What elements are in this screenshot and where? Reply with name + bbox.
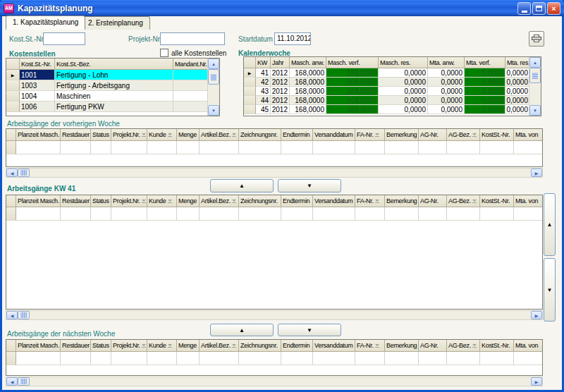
move-down-button[interactable]: ▼ <box>278 324 341 336</box>
column-header-zeichnungsnr[interactable]: Zeichnungsnr. <box>239 340 281 352</box>
scroll-right-icon[interactable]: ▶ <box>531 169 542 177</box>
column-header-fa-nr[interactable]: FA-Nr. <box>355 340 385 352</box>
tab-ersteinplanung[interactable]: 2. Ersteinplanung <box>81 16 150 30</box>
tab-kapazitaetsplanung[interactable]: 1. Kapazitätsplanung <box>6 16 85 30</box>
grid-cell[interactable] <box>239 141 281 154</box>
row-selector[interactable] <box>6 102 20 112</box>
column-header-menge[interactable]: Menge <box>177 195 200 207</box>
column-header-mta-res[interactable]: Mta. res. <box>505 57 530 68</box>
grid-cell[interactable] <box>419 207 447 221</box>
grid-cell[interactable]: Fertigung - Arbeitsgang <box>55 80 173 91</box>
grid-cell[interactable] <box>61 141 91 154</box>
scroll-right-icon[interactable]: ▶ <box>531 377 542 386</box>
column-header-projekt-nr[interactable]: Projekt.Nr. <box>111 129 147 141</box>
grid-cell[interactable] <box>61 352 91 365</box>
column-header-status[interactable]: Status <box>91 195 111 207</box>
grid-cell[interactable] <box>480 141 514 154</box>
column-header-jahr[interactable]: Jahr <box>271 57 290 68</box>
grid-cell[interactable] <box>514 141 543 154</box>
grid-cell[interactable] <box>281 141 313 154</box>
column-header-versanddatum[interactable]: Versanddatum <box>313 129 355 141</box>
column-header-menge[interactable]: Menge <box>177 129 200 141</box>
column-header-selector[interactable] <box>244 57 256 68</box>
grid-cell[interactable] <box>173 70 209 80</box>
grid-cell[interactable] <box>355 207 385 221</box>
column-header-mta-von[interactable]: Mta. von <box>514 129 543 141</box>
grid-cell[interactable] <box>111 141 147 154</box>
grid-cell[interactable] <box>355 352 385 365</box>
grid-cell[interactable]: 1006 <box>20 102 55 112</box>
column-header-kost-st-bez[interactable]: Kost.St.-Bez. <box>55 59 173 70</box>
alle-kostenstellen-checkbox[interactable] <box>160 49 168 57</box>
column-header-selector[interactable] <box>6 340 16 352</box>
grid-cell[interactable] <box>419 141 447 154</box>
grid-cell[interactable]: 0,0000 <box>428 96 465 105</box>
grid-cell[interactable]: Maschinen <box>55 91 173 102</box>
grid-cell[interactable] <box>239 207 281 221</box>
grid-cell[interactable]: 0,0000 <box>505 78 530 87</box>
column-header-endtermin[interactable]: Endtermin <box>281 129 313 141</box>
grid-cell[interactable]: 0,0000 <box>428 78 465 87</box>
grid-cell[interactable]: 42 <box>256 78 271 87</box>
scroll-track[interactable] <box>30 311 531 319</box>
scroll-down-icon[interactable]: ▼ <box>208 105 219 116</box>
column-header-menge[interactable]: Menge <box>177 340 200 352</box>
kalenderwoche-grid[interactable]: ▲ ▼ KWJahrMasch. anw.Masch. verf.Masch. … <box>243 56 541 116</box>
column-header-selector[interactable] <box>6 195 16 207</box>
grid-cell[interactable] <box>281 207 313 221</box>
grid-cell[interactable]: 0,0000 <box>465 68 505 78</box>
grid-cell[interactable] <box>61 207 91 221</box>
grid-cell[interactable] <box>281 352 313 365</box>
grid-cell[interactable] <box>177 352 200 365</box>
grid-cell[interactable]: 2012 <box>271 96 290 105</box>
grid-cell[interactable]: 168,0000 <box>326 96 379 105</box>
column-header-kostst-nr[interactable]: KostSt.-Nr. <box>480 129 514 141</box>
grid-cell[interactable] <box>514 207 543 221</box>
grid-cell[interactable]: 1001 <box>20 70 55 80</box>
grid-cell[interactable] <box>16 207 61 221</box>
row-selector[interactable] <box>244 96 256 105</box>
grid-cell[interactable]: 0,0000 <box>428 68 465 78</box>
column-header-ag-nr[interactable]: AG-Nr. <box>419 340 447 352</box>
grid-cell[interactable]: 0,0000 <box>505 105 530 114</box>
grid-cell[interactable]: 168,0000 <box>290 96 326 105</box>
grid-cell[interactable]: 0,0000 <box>379 87 428 96</box>
column-header-kostst-nr[interactable]: KostSt.-Nr. <box>480 195 514 207</box>
grid-cell[interactable]: 1003 <box>20 80 55 91</box>
grid-cell[interactable] <box>147 352 177 365</box>
grid-cell[interactable] <box>200 141 239 154</box>
kostst-input[interactable] <box>43 32 85 45</box>
filter-icon[interactable] <box>472 133 477 137</box>
column-header-ag-bez[interactable]: AG-Bez. <box>447 129 480 141</box>
filter-icon[interactable] <box>375 199 380 204</box>
column-header-masch-anw[interactable]: Masch. anw. <box>290 57 326 68</box>
column-header-artikel-bez[interactable]: Artikel.Bez. <box>200 340 239 352</box>
column-header-status[interactable]: Status <box>91 129 111 141</box>
grid-cell[interactable] <box>111 352 147 365</box>
grid-cell[interactable]: 2012 <box>271 87 290 96</box>
row-selector[interactable]: ▶ <box>6 70 20 80</box>
grid-cell[interactable]: 41 <box>256 68 271 78</box>
filter-icon[interactable] <box>142 199 147 204</box>
grid-cell[interactable]: 45 <box>256 105 271 114</box>
grid-cell[interactable]: 0,0000 <box>428 87 465 96</box>
kostenstellen-grid[interactable]: ▲ ▼ Kost.St.-Nr.Kost.St.-Bez.Mandant.Nr.… <box>6 58 220 116</box>
grid-cell[interactable]: 2012 <box>271 68 290 78</box>
column-header-planzeit-masch[interactable]: Planzeit Masch. <box>16 340 61 352</box>
close-button[interactable]: × <box>547 2 560 15</box>
scroll-right-icon[interactable]: ▶ <box>531 311 542 319</box>
kostenstellen-vscrollbar[interactable]: ▲ ▼ <box>207 59 219 116</box>
grid-cell[interactable]: 168,0000 <box>290 78 326 87</box>
column-header-mta-von[interactable]: Mta. von <box>514 340 543 352</box>
column-header-kunde[interactable]: Kunde <box>147 340 177 352</box>
scroll-left-icon[interactable]: ◀ <box>6 311 18 319</box>
row-selector[interactable] <box>6 207 16 221</box>
move-up-button[interactable]: ▲ <box>210 179 274 192</box>
scroll-down-icon[interactable]: ▼ <box>529 105 541 116</box>
column-header-ag-nr[interactable]: AG-Nr. <box>419 195 447 207</box>
move-up-button[interactable]: ▲ <box>210 324 274 336</box>
scroll-thumb[interactable] <box>18 169 30 177</box>
grid-cell[interactable]: 44 <box>256 96 271 105</box>
scroll-thumb[interactable] <box>208 69 219 85</box>
column-header-artikel-bez[interactable]: Artikel.Bez. <box>200 195 239 207</box>
